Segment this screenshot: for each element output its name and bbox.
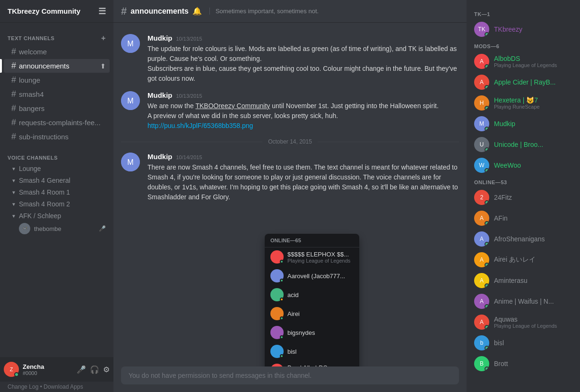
community-name-span: TKBOOreezy Community — [195, 102, 270, 110]
member-item[interactable]: 2 24Fitz — [470, 187, 576, 208]
server-header[interactable]: TKbreezy Community ☰ — [0, 0, 113, 23]
hash-icon: # — [11, 103, 16, 113]
member-item[interactable]: TK TKbreezy — [470, 19, 576, 40]
status-dot — [485, 283, 489, 288]
member-item[interactable]: A AfroShenanigans — [470, 229, 576, 249]
popup-user-item[interactable]: acid — [265, 285, 359, 304]
hash-icon: # — [11, 75, 16, 85]
hamburger-icon[interactable]: ☰ — [98, 6, 106, 17]
member-item[interactable]: A Aquwas Playing League of Legends — [470, 312, 576, 332]
voice-user-thebombe[interactable]: 🎮 thebombe 🎤 — [4, 222, 110, 235]
online-status-dot — [14, 372, 19, 377]
member-item[interactable]: U Unicode | Вrоо... — [470, 134, 576, 155]
date-divider: October 14, 2015 — [113, 135, 467, 149]
voice-channel-smash4room1[interactable]: ▼ Smash 4 Room 1 — [4, 187, 110, 198]
bottom-links: Change Log • Download Apps — [0, 382, 113, 392]
avatar: B — [474, 356, 489, 371]
message-author: Mudkip — [147, 91, 173, 99]
member-item[interactable]: M Mudkip — [470, 113, 576, 134]
message-content: Mudkip 10/13/2015 We are now the TKBOOre… — [147, 91, 459, 131]
member-item[interactable]: W WeeWoo — [470, 155, 576, 176]
member-name: acid — [287, 291, 299, 298]
avatar: H — [474, 95, 489, 111]
channel-description: Sometimes important, sometimes not. — [209, 8, 319, 15]
status-dot — [280, 316, 284, 320]
user-info: Zencha #0000 — [23, 363, 73, 376]
member-name: AfroShenanigans — [494, 235, 545, 243]
channel-item-smash4[interactable]: # smash4 — [4, 87, 110, 101]
channel-item-lounge[interactable]: # lounge — [4, 73, 110, 87]
svg-text:M: M — [127, 40, 133, 48]
message-author: Mudkip — [147, 153, 173, 161]
headphones-icon[interactable]: 🎧 — [90, 365, 99, 374]
hash-icon: # — [11, 89, 16, 99]
popup-user-item[interactable]: bisl — [265, 342, 359, 361]
member-item[interactable]: A AlbobDS Playing League of Legends — [470, 51, 576, 72]
hash-icon: # — [11, 61, 16, 71]
chat-input[interactable]: You do not have permission to send messa… — [121, 366, 459, 384]
channel-item-announcements[interactable]: # announcements ⬆ — [4, 59, 110, 73]
download-apps-link[interactable]: Download Apps — [43, 383, 83, 390]
voice-channel-lounge[interactable]: ▼ Lounge — [4, 163, 110, 174]
bell-icon[interactable]: 🔔 — [192, 7, 202, 16]
chat-header: # announcements 🔔 Sometimes important, s… — [113, 0, 467, 23]
member-item[interactable]: A Aminterasu — [470, 270, 576, 291]
message-link: http://puu.sh/kJplF/65368bb358.png — [147, 121, 459, 131]
microphone-icon[interactable]: 🎤 — [77, 365, 86, 374]
popup-user-item[interactable]: $$$$$ ELEPHOX $$... Playing League of Le… — [265, 247, 359, 266]
popup-user-item[interactable]: bigsnydes — [265, 323, 359, 342]
messages-area: M Mudkip 10/13/2015 The update for role … — [113, 23, 467, 366]
avatar — [270, 307, 284, 320]
members-section-online: ONLINE—53 — [470, 176, 576, 187]
member-item[interactable]: H Hexetera | 😺7 Playing RuneScape — [470, 93, 576, 113]
member-item[interactable]: A Anime | Waifus | N... — [470, 291, 576, 312]
status-dot — [485, 325, 489, 330]
add-channel-icon[interactable]: + — [101, 34, 106, 43]
message-content: Mudkip 10/14/2015 There are now Smash 4 … — [147, 153, 459, 202]
popup-user-item[interactable]: Boo | AlbobDS Playing League of Legends — [265, 361, 359, 366]
muted-icon: 🎤 — [99, 225, 106, 232]
status-dot — [485, 346, 489, 350]
image-link[interactable]: http://puu.sh/kJplF/65368bb358.png — [147, 122, 253, 129]
chat-body: M Mudkip 10/13/2015 The update for role … — [113, 23, 467, 392]
members-sidebar: TK—1 TK TKbreezy MODS—6 A AlbobDS Playin… — [467, 0, 580, 392]
channel-item-welcome[interactable]: # welcome — [4, 45, 110, 59]
status-dot — [485, 127, 489, 131]
channel-item-requests[interactable]: # requests-complaints-fee... — [4, 116, 110, 129]
status-dot — [485, 168, 489, 173]
member-item[interactable]: A Airei あいレイ — [470, 249, 576, 270]
channel-item-sub-instructions[interactable]: # sub-instructions — [4, 130, 110, 144]
member-item[interactable]: A AFin — [470, 208, 576, 229]
member-name: bisl — [287, 348, 297, 355]
member-item[interactable]: B Brott — [470, 353, 576, 374]
popup-user-item[interactable]: Airei — [265, 304, 359, 323]
avatar: A — [474, 211, 489, 226]
member-name: 24Fitz — [494, 194, 512, 201]
member-name: Hexetera | 😺7 — [494, 96, 540, 104]
channel-sidebar: TKbreezy Community ☰ TEXT CHANNELS + # w… — [0, 0, 113, 392]
member-item[interactable]: b bisl — [470, 332, 576, 353]
avatar: b — [474, 335, 489, 350]
avatar: U — [474, 137, 489, 152]
avatar: W — [474, 158, 489, 173]
members-section-mods: MODS—6 — [470, 40, 576, 51]
status-dot — [485, 85, 489, 90]
message-timestamp: 10/14/2015 — [176, 154, 202, 160]
member-subtext: Playing League of Legends — [494, 62, 557, 68]
collapse-arrow-icon: ▼ — [11, 213, 16, 219]
settings-icon[interactable]: ⚙ — [103, 365, 110, 374]
voice-channel-smash4room2[interactable]: ▼ Smash 4 Room 2 — [4, 198, 110, 210]
status-dot — [485, 147, 489, 152]
upload-icon[interactable]: ⬆ — [100, 62, 106, 70]
collapse-arrow-icon: ▼ — [11, 178, 16, 183]
channel-item-bangers[interactable]: # bangers — [4, 102, 110, 115]
member-item[interactable]: A Apple Cider | RayB... — [470, 72, 576, 93]
avatar — [270, 288, 284, 301]
voice-channel-smash4general[interactable]: ▼ Smash 4 General — [4, 175, 110, 186]
svg-text:M: M — [127, 97, 133, 105]
message-text-2: A preview of what we did in the sub serv… — [147, 111, 459, 121]
popup-user-item[interactable]: Aarovell (Jacob777... — [265, 266, 359, 285]
change-log-link[interactable]: Change Log — [8, 383, 38, 390]
text-channels-header: TEXT CHANNELS + — [0, 26, 113, 44]
voice-channel-afk[interactable]: ▼ AFK / Schleep — [4, 210, 110, 222]
